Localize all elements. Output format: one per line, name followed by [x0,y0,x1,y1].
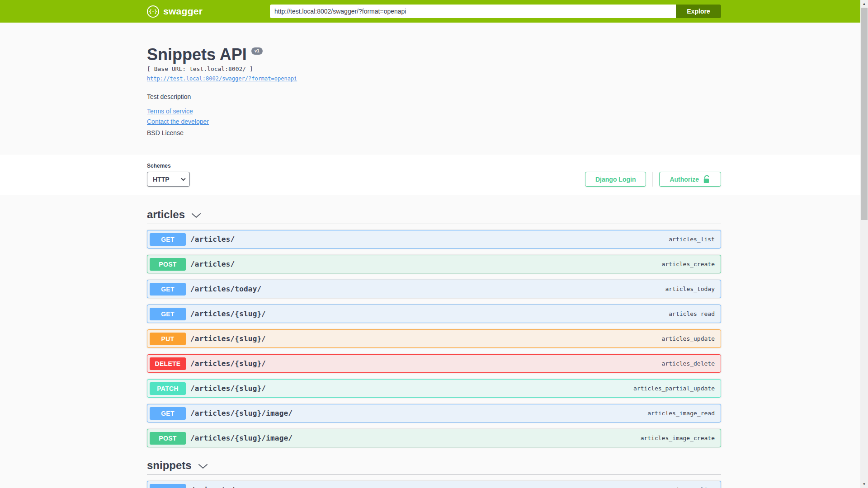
swagger-brand-link[interactable]: {-} swagger [147,5,203,18]
schemes-label: Schemes [147,163,190,169]
operation-id: articles_today [665,286,715,292]
explore-button[interactable]: Explore [676,5,721,18]
operation-row[interactable]: GET /articles/ articles_list [147,230,721,249]
operation-row[interactable]: GET /snippets/ snippets_list [147,481,721,488]
tag-title: snippets [147,459,192,472]
scrollbar-thumb[interactable] [861,8,868,220]
method-badge: GET [150,283,186,296]
auth-divider [652,172,653,187]
page-title: Snippets API v1 [147,45,721,64]
authorize-button[interactable]: Authorize [659,172,721,187]
scroll-up-glyph: ▲ [863,2,866,6]
method-badge: PATCH [150,382,186,395]
method-badge: GET [150,407,186,420]
scheme-select[interactable]: HTTP [147,172,190,187]
brand-name: swagger [163,6,203,17]
chevron-down-icon [191,213,201,218]
schemes-group: Schemes HTTP [147,163,190,187]
endpoint-path: /articles/ [190,260,662,268]
tag-header[interactable]: snippets [147,459,721,475]
scheme-container: Schemes HTTP Django Login Authorize [0,155,868,195]
operations-section: articles GET /articles/ articles_list PO… [0,195,868,488]
spec-url-input[interactable] [270,5,676,18]
endpoint-path: /articles/{slug}/image/ [190,434,641,442]
license-text: BSD License [147,129,721,136]
method-badge: POST [150,432,186,445]
operation-id: articles_partial_update [633,385,715,392]
terms-of-service-link[interactable]: Terms of service [147,108,193,115]
tag-title: articles [147,208,185,221]
operation-row[interactable]: GET /articles/{slug}/ articles_read [147,305,721,323]
scroll-up-icon[interactable]: ▲ [860,0,868,8]
scroll-down-glyph: ▼ [863,482,866,486]
base-url: [ Base URL: test.local:8002/ ] [147,66,721,72]
operation-id: articles_create [662,261,715,267]
api-title-text: Snippets API [147,45,247,64]
authorize-label: Authorize [670,176,699,183]
method-badge: PUT [150,333,186,345]
operation-id: articles_image_read [647,410,715,417]
endpoint-path: /snippets/ [190,486,669,488]
endpoint-path: /articles/{slug}/ [190,334,662,343]
tag-section: articles GET /articles/ articles_list PO… [147,208,721,447]
operation-row[interactable]: POST /articles/{slug}/image/ articles_im… [147,429,721,447]
operation-row[interactable]: PUT /articles/{slug}/ articles_update [147,329,721,348]
tag-section: snippets GET /snippets/ snippets_list [147,454,721,488]
api-sections: articles GET /articles/ articles_list PO… [147,208,721,488]
api-info-section: Snippets API v1 [ Base URL: test.local:8… [0,23,868,155]
auth-wrapper: Django Login Authorize [585,172,721,187]
scrollbar[interactable]: ▲ ▼ [860,0,868,488]
method-badge: POST [150,258,186,271]
operation-row[interactable]: POST /articles/ articles_create [147,255,721,273]
operation-id: articles_delete [662,360,715,367]
scroll-down-icon[interactable]: ▼ [860,480,868,488]
operation-id: articles_update [662,335,715,342]
endpoint-path: /articles/today/ [190,285,665,293]
operation-id: articles_read [669,310,715,317]
operation-row[interactable]: GET /articles/today/ articles_today [147,280,721,298]
endpoint-path: /articles/{slug}/ [190,310,669,318]
contact-developer-link[interactable]: Contact the developer [147,118,209,125]
tag-header[interactable]: articles [147,208,721,224]
operation-row[interactable]: GET /articles/{slug}/image/ articles_ima… [147,404,721,422]
endpoint-path: /articles/{slug}/ [190,384,633,393]
operations-list: GET /snippets/ snippets_list [147,475,721,488]
operations-list: GET /articles/ articles_list POST /artic… [147,224,721,447]
endpoint-path: /articles/{slug}/image/ [190,409,647,418]
method-badge: GET [150,484,186,488]
swagger-logo-glyph: {-} [149,9,157,14]
method-badge: GET [150,233,186,246]
unlock-icon [703,175,711,183]
operation-id: articles_image_create [641,435,715,441]
operation-row[interactable]: DELETE /articles/{slug}/ articles_delete [147,354,721,373]
django-login-button[interactable]: Django Login [585,172,646,187]
operation-row[interactable]: PATCH /articles/{slug}/ articles_partial… [147,379,721,398]
spec-url-form: Explore [270,5,721,18]
topbar: {-} swagger Explore [0,0,868,23]
endpoint-path: /articles/ [190,235,669,244]
spec-link[interactable]: http://test.local:8002/swagger/?format=o… [147,75,297,82]
method-badge: GET [150,308,186,320]
swagger-logo-icon: {-} [147,5,159,18]
method-badge: DELETE [150,357,186,370]
chevron-down-icon [198,464,208,469]
operation-id: articles_list [669,236,715,243]
api-description: Test description [147,93,721,100]
version-badge: v1 [251,47,263,55]
endpoint-path: /articles/{slug}/ [190,359,662,368]
